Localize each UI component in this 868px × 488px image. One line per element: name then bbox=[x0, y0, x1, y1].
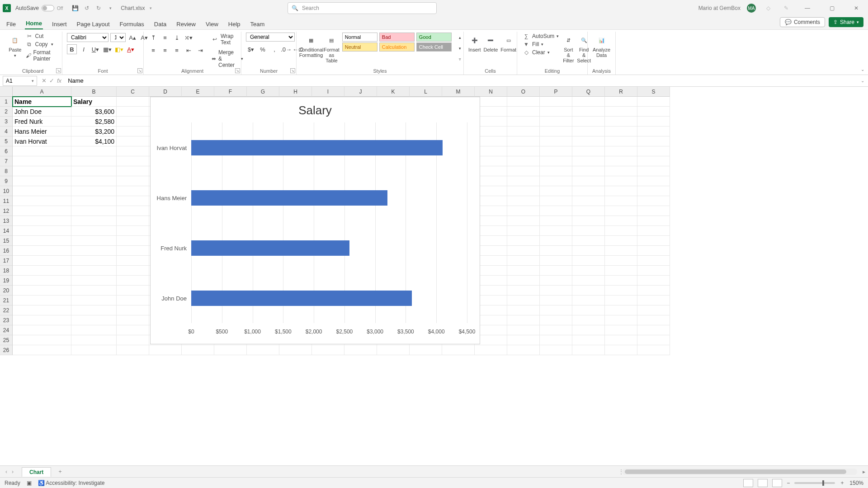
cell[interactable] bbox=[117, 345, 149, 355]
cell[interactable] bbox=[117, 266, 149, 276]
cell[interactable] bbox=[117, 296, 149, 305]
row-header[interactable]: 24 bbox=[0, 325, 13, 335]
view-page-layout-icon[interactable] bbox=[758, 479, 768, 487]
cell[interactable] bbox=[507, 256, 540, 266]
cell[interactable] bbox=[605, 117, 637, 127]
cell[interactable] bbox=[637, 216, 670, 226]
cell[interactable] bbox=[13, 345, 71, 355]
row-header[interactable]: 17 bbox=[0, 256, 13, 266]
cell[interactable] bbox=[117, 246, 149, 256]
fill-color-button[interactable]: ◧▾ bbox=[114, 44, 124, 54]
percent-icon[interactable]: % bbox=[258, 44, 268, 54]
cell[interactable] bbox=[572, 166, 605, 176]
accessibility-status[interactable]: ♿ Accessibility: Investigate bbox=[38, 480, 105, 486]
cell[interactable] bbox=[117, 256, 149, 266]
autosave-switch[interactable] bbox=[42, 5, 54, 11]
bold-button[interactable]: B bbox=[67, 44, 77, 54]
cell[interactable] bbox=[605, 335, 637, 345]
orientation-icon[interactable]: ⤭▾ bbox=[184, 33, 193, 42]
name-box[interactable]: A1 ▾ bbox=[3, 76, 37, 86]
underline-button[interactable]: U▾ bbox=[90, 44, 100, 54]
cell[interactable] bbox=[149, 345, 182, 355]
cell[interactable] bbox=[507, 305, 540, 315]
column-header[interactable]: C bbox=[117, 87, 149, 97]
avatar[interactable]: MA bbox=[747, 4, 756, 13]
cell[interactable] bbox=[214, 345, 247, 355]
cell[interactable] bbox=[13, 256, 71, 266]
column-header[interactable]: N bbox=[475, 87, 507, 97]
cell[interactable] bbox=[572, 206, 605, 216]
clipboard-dialog-launcher[interactable]: ↘ bbox=[56, 68, 61, 73]
alignment-dialog-launcher[interactable]: ↘ bbox=[235, 68, 240, 73]
cell[interactable] bbox=[605, 256, 637, 266]
row-header[interactable]: 14 bbox=[0, 226, 13, 236]
cell[interactable] bbox=[13, 236, 71, 246]
cell[interactable] bbox=[117, 176, 149, 186]
clear-button[interactable]: ◇Clear▾ bbox=[522, 49, 560, 56]
cell[interactable] bbox=[605, 97, 637, 107]
tab-review[interactable]: Review bbox=[175, 19, 197, 29]
tab-formulas[interactable]: Formulas bbox=[119, 19, 145, 29]
cell[interactable] bbox=[540, 196, 572, 206]
cell[interactable] bbox=[507, 166, 540, 176]
column-header[interactable]: S bbox=[637, 87, 670, 97]
formula-input[interactable] bbox=[65, 76, 857, 86]
align-bottom-icon[interactable]: ⤓ bbox=[172, 33, 182, 42]
cell[interactable] bbox=[605, 127, 637, 136]
row-header[interactable]: 21 bbox=[0, 296, 13, 305]
row-header[interactable]: 1 bbox=[0, 97, 13, 107]
cell[interactable] bbox=[605, 186, 637, 196]
cell[interactable] bbox=[117, 276, 149, 286]
cell[interactable] bbox=[572, 335, 605, 345]
paste-button[interactable]: 📋 Paste ▾ bbox=[8, 33, 22, 58]
tab-help[interactable]: Help bbox=[227, 19, 241, 29]
cell[interactable] bbox=[507, 226, 540, 236]
align-right-icon[interactable]: ≡ bbox=[172, 45, 182, 55]
cell[interactable] bbox=[117, 236, 149, 246]
row-header[interactable]: 26 bbox=[0, 345, 13, 355]
cell[interactable] bbox=[637, 226, 670, 236]
cell[interactable] bbox=[637, 206, 670, 216]
accounting-icon[interactable]: $▾ bbox=[246, 44, 256, 54]
qat-customize-icon[interactable]: ▾ bbox=[105, 3, 115, 13]
cell[interactable] bbox=[572, 315, 605, 325]
font-dialog-launcher[interactable]: ↘ bbox=[137, 68, 142, 73]
column-header[interactable]: J bbox=[344, 87, 377, 97]
cell[interactable] bbox=[13, 176, 71, 186]
sheet-nav-prev-icon[interactable]: ‹ bbox=[5, 469, 7, 475]
increase-decimal-icon[interactable]: .0→ bbox=[281, 44, 291, 54]
cell[interactable] bbox=[637, 156, 670, 166]
cell[interactable] bbox=[117, 315, 149, 325]
column-header[interactable]: O bbox=[507, 87, 540, 97]
column-header[interactable]: I bbox=[312, 87, 344, 97]
zoom-slider-thumb[interactable] bbox=[822, 480, 824, 486]
cell[interactable] bbox=[117, 216, 149, 226]
cell[interactable]: $3,200 bbox=[71, 127, 117, 136]
cell[interactable] bbox=[13, 266, 71, 276]
scrollbar-thumb[interactable] bbox=[625, 469, 846, 474]
cell[interactable] bbox=[117, 286, 149, 296]
username[interactable]: Mario at GemBox bbox=[698, 5, 741, 11]
comma-icon[interactable]: , bbox=[269, 44, 279, 54]
redo-icon[interactable]: ↻ bbox=[94, 3, 104, 13]
cell[interactable] bbox=[507, 196, 540, 206]
zoom-in-icon[interactable]: ＋ bbox=[840, 479, 845, 487]
filename-dropdown-icon[interactable]: ▾ bbox=[146, 3, 156, 13]
row-header[interactable]: 8 bbox=[0, 166, 13, 176]
cell[interactable] bbox=[605, 166, 637, 176]
view-page-break-icon[interactable] bbox=[772, 479, 782, 487]
cell[interactable] bbox=[13, 305, 71, 315]
cell[interactable] bbox=[13, 156, 71, 166]
cell[interactable]: $3,600 bbox=[71, 107, 117, 117]
cell[interactable] bbox=[13, 325, 71, 335]
sheet-nav-next-icon[interactable]: › bbox=[12, 469, 14, 475]
chart-bar[interactable] bbox=[191, 240, 349, 256]
cell[interactable] bbox=[13, 206, 71, 216]
cell[interactable] bbox=[117, 97, 149, 107]
fx-icon[interactable]: fx bbox=[57, 77, 61, 84]
cell[interactable] bbox=[540, 156, 572, 166]
cell[interactable] bbox=[117, 206, 149, 216]
save-icon[interactable]: 💾 bbox=[70, 3, 80, 13]
horizontal-scrollbar[interactable] bbox=[622, 469, 857, 475]
cell[interactable] bbox=[540, 117, 572, 127]
